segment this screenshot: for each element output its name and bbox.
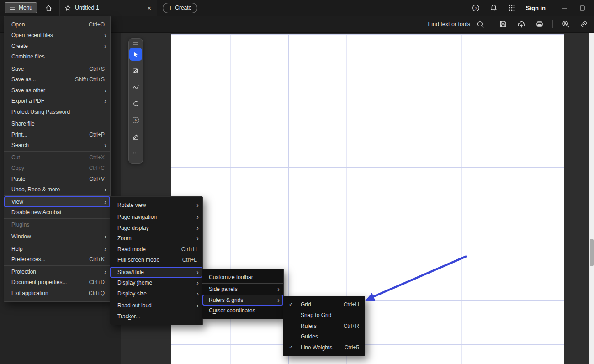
menu-item-read-mode[interactable]: Read modeCtrl+H: [110, 244, 202, 255]
menu-item-cursor-coordinates[interactable]: Cursor coordinates: [202, 306, 283, 317]
menu-item-shortcut: Ctrl+P: [89, 132, 105, 138]
menu-item-open[interactable]: Open...Ctrl+O: [4, 19, 110, 30]
menu-item-preferences[interactable]: Preferences...Ctrl+K: [4, 254, 110, 265]
menu-item-read-out-loud[interactable]: Read out loud›: [110, 301, 202, 311]
menu-item-label: Protect Using Password: [11, 109, 70, 115]
menu-item-undo-redo-more[interactable]: Undo, Redo & more›: [4, 185, 110, 195]
menu-item-label: Snap to Grid: [301, 312, 331, 318]
find-tools-button[interactable]: Find text or tools: [428, 19, 486, 30]
menu-item-zoom[interactable]: Zoom›: [110, 233, 202, 244]
menu-item-shortcut: Ctrl+S: [89, 66, 105, 72]
maximize-icon[interactable]: [577, 2, 588, 13]
print-icon[interactable]: [534, 19, 545, 30]
menu-item-save-as[interactable]: Save as...Shift+Ctrl+S: [4, 74, 110, 85]
menu-item-right: Ctrl+5: [345, 344, 359, 351]
menu-item-guides[interactable]: Guides: [283, 332, 365, 343]
menu-item-shortcut: Ctrl+U: [344, 301, 359, 308]
menu-item-snap-to-grid[interactable]: Snap to Grid: [283, 310, 365, 321]
menu-item-shortcut: Ctrl+5: [345, 344, 359, 351]
select-tool-button[interactable]: [129, 48, 142, 61]
edit-tool-button[interactable]: [129, 64, 142, 77]
menu-item-right: ›: [196, 235, 197, 242]
menu-item-label: Preferences...: [11, 256, 46, 263]
menu-item-protection[interactable]: Protection›: [4, 266, 110, 277]
menu-item-export-a-pdf[interactable]: Export a PDF›: [4, 96, 110, 107]
menu-item-page-display[interactable]: Page display›: [110, 222, 202, 233]
search-person-icon[interactable]: [560, 19, 571, 30]
menu-item-label: Display theme: [117, 280, 152, 286]
menu-item-open-recent-files[interactable]: Open recent files›: [4, 30, 110, 41]
menu-item-rulers[interactable]: RulersCtrl+R: [283, 321, 365, 332]
bell-icon[interactable]: [488, 2, 499, 13]
titlebar-right: ? Sign in: [471, 2, 594, 13]
menu-item-customize-toolbar[interactable]: Customize toolbar: [202, 272, 283, 283]
add-text-tool-button[interactable]: A: [129, 114, 142, 127]
menu-item-full-screen-mode[interactable]: Full screen modeCtrl+L: [110, 255, 202, 266]
home-icon[interactable]: [43, 2, 54, 13]
menu-item-print[interactable]: Print...Ctrl+P: [4, 129, 110, 140]
menu-item-share-file[interactable]: Share file: [4, 119, 110, 130]
pen-icon: [132, 133, 139, 140]
menu-item-label: Search: [11, 142, 29, 148]
menu-item-protect-using-password[interactable]: Protect Using Password: [4, 106, 110, 117]
fill-sign-tool-button[interactable]: [129, 130, 142, 143]
apps-grid-icon[interactable]: [506, 2, 517, 13]
drag-handle[interactable]: [129, 40, 143, 46]
menu-item-right: Shift+Ctrl+S: [75, 76, 105, 83]
menu-item-right: ›: [277, 297, 278, 303]
menu-button[interactable]: Menu: [5, 2, 37, 13]
quick-tools-toolbar: A: [128, 38, 143, 164]
find-tools-label: Find text or tools: [428, 21, 470, 27]
menu-item-page-navigation[interactable]: Page navigation›: [110, 212, 202, 223]
menu-item-help[interactable]: Help›: [4, 243, 110, 254]
vertical-scrollbar[interactable]: [589, 32, 594, 364]
menu-item-show-hide[interactable]: Show/Hide›: [110, 267, 202, 278]
submenu-arrow-icon: ›: [104, 269, 106, 275]
document-tab[interactable]: Untitled 1 ×: [59, 0, 157, 16]
menu-item-grid[interactable]: ✓GridCtrl+U: [283, 299, 365, 310]
menu-item-disable-new-acrobat[interactable]: Disable new Acrobat: [4, 207, 110, 218]
menu-item-right: ›: [196, 290, 197, 297]
menu-item-combine-files[interactable]: Combine files: [4, 52, 110, 63]
menu-item-document-properties[interactable]: Document properties...Ctrl+D: [4, 277, 110, 288]
cloud-upload-icon[interactable]: [516, 19, 527, 30]
menu-item-exit-application[interactable]: Exit applicationCtrl+Q: [4, 288, 110, 299]
menu-item-save-as-other[interactable]: Save as other›: [4, 85, 110, 96]
star-icon[interactable]: [64, 5, 71, 11]
titlebar: Menu Untitled 1 × + Create ? Sig: [0, 0, 594, 16]
menu-item-rulers-grids[interactable]: Rulers & grids›: [202, 295, 283, 306]
save-icon[interactable]: [498, 19, 509, 30]
link-icon[interactable]: [578, 19, 589, 30]
draw-tool-button[interactable]: [129, 81, 142, 94]
plus-icon: +: [169, 5, 172, 11]
help-icon[interactable]: ?: [471, 2, 482, 13]
menu-item-search[interactable]: Search›: [4, 140, 110, 151]
menu-item-display-theme[interactable]: Display theme›: [110, 278, 202, 289]
menu-item-shortcut: Ctrl+K: [89, 256, 105, 263]
menu-separator: [4, 63, 110, 63]
menu-item-right: Ctrl+D: [89, 279, 105, 285]
menu-item-window[interactable]: Window›: [4, 232, 110, 243]
ellipsis-icon: [132, 149, 139, 157]
menu-item-label: Open...: [11, 21, 29, 28]
menu-item-display-size[interactable]: Display size›: [110, 288, 202, 299]
menu-item-label: Rulers: [301, 323, 317, 329]
menu-item-view[interactable]: View›: [4, 196, 110, 207]
menu-item-rotate-view[interactable]: Rotate view›: [110, 200, 202, 211]
submenu-arrow-icon: ›: [196, 302, 199, 309]
menu-item-tracker[interactable]: Tracker...: [110, 311, 202, 322]
tab-close-icon[interactable]: ×: [146, 5, 152, 11]
menu-item-paste[interactable]: PasteCtrl+V: [4, 174, 110, 185]
menu-item-line-weights[interactable]: ✓Line WeightsCtrl+5: [283, 342, 365, 353]
sign-in-button[interactable]: Sign in: [526, 5, 546, 11]
lasso-tool-button[interactable]: [129, 97, 142, 110]
menu-item-create[interactable]: Create›: [4, 41, 110, 52]
menu-item-right: Ctrl+S: [89, 66, 105, 72]
menu-item-save[interactable]: SaveCtrl+S: [4, 63, 110, 74]
minimize-icon[interactable]: [559, 2, 570, 13]
create-button[interactable]: + Create: [163, 3, 197, 13]
menu-item-side-panels[interactable]: Side panels›: [202, 284, 283, 295]
more-tools-button[interactable]: [129, 147, 142, 159]
menu-item-label: Cursor coordinates: [209, 307, 255, 314]
scrollbar-thumb[interactable]: [590, 239, 594, 266]
